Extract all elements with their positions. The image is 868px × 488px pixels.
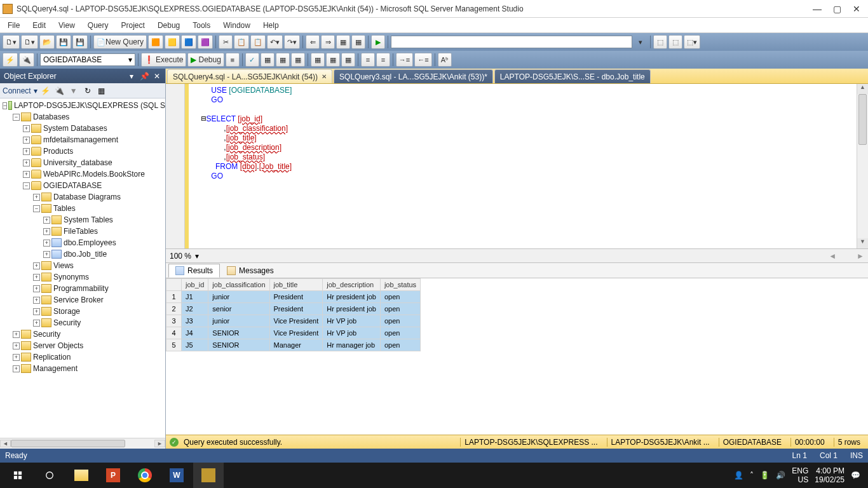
messages-tab[interactable]: Messages (220, 264, 281, 278)
oe-stop-icon[interactable]: ▦ (96, 85, 107, 97)
tab-close-icon[interactable]: ✕ (322, 73, 327, 80)
parse-button[interactable]: ✓ (245, 53, 259, 67)
undo-button[interactable]: ↶▾ (267, 35, 283, 49)
menu-debug[interactable]: Debug (153, 20, 185, 31)
maximize-button[interactable]: ▢ (833, 4, 841, 14)
hscroll-right-icon[interactable]: ► (857, 252, 864, 261)
zoom-dropdown-icon[interactable]: ▾ (195, 252, 199, 261)
menu-view[interactable]: View (53, 20, 80, 31)
tb-icon-5[interactable]: ▦ (336, 35, 350, 49)
results-grid[interactable]: job_idjob_classificationjob_titlejob_des… (166, 278, 868, 435)
oe-close-icon[interactable]: ✕ (153, 72, 161, 81)
copy-button[interactable]: 📋 (234, 35, 249, 49)
volume-icon[interactable]: 🔊 (776, 471, 785, 480)
menu-file[interactable]: File (3, 20, 25, 31)
system-tray[interactable]: 👤 ˄ 🔋 🔊 ENGUS 4:00 PM19/02/25 💬 (729, 466, 865, 485)
execute-button[interactable]: ❗ Execute (141, 53, 186, 67)
debug-button[interactable]: ▶ Debug (187, 53, 224, 67)
results-tab[interactable]: Results (168, 264, 220, 278)
oe-filter-icon[interactable]: ▼ (68, 85, 79, 97)
new-project-button[interactable]: 🗋▾ (3, 35, 20, 49)
tb2-icon-3[interactable]: ▦ (291, 53, 305, 67)
paste-button[interactable]: 📋 (250, 35, 266, 49)
task-ssms[interactable] (193, 463, 224, 488)
cut-button[interactable]: ✂ (219, 35, 233, 49)
tab-sqlquery3[interactable]: SQLQuery3.sql - LA...SG5JEJK\Ankit (53))… (334, 69, 493, 83)
tree-db-2[interactable]: +University_database (0, 157, 165, 168)
tree-programmability[interactable]: +Programmability (0, 283, 165, 294)
tree-root-3[interactable]: +Management (0, 363, 165, 374)
tb-icon-6[interactable]: ▦ (351, 35, 365, 49)
change-conn-icon[interactable]: 🔌 (19, 53, 34, 67)
indent-button[interactable]: →≡ (396, 53, 413, 67)
oe-pin-icon[interactable]: 📌 (140, 72, 149, 81)
cortana-button[interactable] (34, 463, 65, 488)
tree-table-jobtitle[interactable]: +dbo.Job_title (0, 248, 165, 260)
outdent-button[interactable]: ←≡ (414, 53, 431, 67)
menu-window[interactable]: Window (218, 20, 255, 31)
object-explorer-tree[interactable]: −LAPTOP-DSG5JEJK\SQLEXPRESS (SQL S−Datab… (0, 98, 165, 438)
menu-tools[interactable]: Tools (187, 20, 215, 31)
tree-tables[interactable]: −Tables (0, 203, 165, 214)
stop-button[interactable]: ■ (226, 53, 240, 67)
tree-db-0[interactable]: +mfdetailsmanagement (0, 134, 165, 146)
start-menu-button[interactable] (3, 463, 33, 488)
results-grid-icon[interactable]: ▦ (311, 53, 325, 67)
tb-icon-4[interactable]: 🟪 (198, 35, 213, 49)
tree-storage[interactable]: +Storage (0, 306, 165, 317)
tb-icon-1[interactable]: 🟧 (148, 35, 163, 49)
tb2-icon-1[interactable]: ▦ (261, 53, 275, 67)
tb-icon-2[interactable]: 🟨 (165, 35, 180, 49)
tree-db-ogie[interactable]: −OGIEDATABASE (0, 180, 165, 191)
tree-diagrams[interactable]: +Database Diagrams (0, 191, 165, 203)
people-icon[interactable]: 👤 (734, 471, 743, 480)
battery-icon[interactable]: 🔋 (760, 471, 770, 480)
menu-help[interactable]: Help (258, 20, 284, 31)
menu-project[interactable]: Project (116, 20, 150, 31)
tree-security-db[interactable]: +Security (0, 317, 165, 329)
find-combo[interactable] (391, 36, 632, 48)
save-button[interactable]: 💾 (56, 35, 71, 49)
tree-server[interactable]: −LAPTOP-DSG5JEJK\SQLEXPRESS (SQL S (0, 100, 165, 111)
tree-root-1[interactable]: +Server Objects (0, 340, 165, 351)
tree-databases[interactable]: −Databases (0, 111, 165, 123)
tb-icon-3[interactable]: 🟦 (181, 35, 196, 49)
task-chrome[interactable] (130, 463, 160, 488)
tree-root-2[interactable]: +Replication (0, 351, 165, 363)
results-file-icon[interactable]: ▦ (341, 53, 355, 67)
menu-query[interactable]: Query (83, 20, 114, 31)
tb-icon-8[interactable]: ⬚ (668, 35, 682, 49)
tree-systables[interactable]: +System Tables (0, 214, 165, 226)
tb2-icon-4[interactable]: Aᵇ (438, 53, 452, 67)
tray-clock[interactable]: 4:00 PM19/02/25 (815, 466, 844, 485)
tb-icon-9[interactable]: ⬚▾ (684, 35, 700, 49)
results-text-icon[interactable]: ▦ (326, 53, 340, 67)
tab-jobtitle[interactable]: LAPTOP-DSG5JEJK\S...SE - dbo.Job_title (494, 69, 651, 83)
task-word[interactable]: W (161, 463, 192, 488)
tree-root-0[interactable]: +Security (0, 329, 165, 340)
tree-filetables[interactable]: +FileTables (0, 226, 165, 237)
tree-system-databases[interactable]: +System Databases (0, 123, 165, 134)
nav-fwd-button[interactable]: ⇒ (321, 35, 335, 49)
oe-conn-icon-1[interactable]: ⚡ (40, 85, 51, 97)
oe-dropdown-icon[interactable]: ▾ (127, 72, 136, 81)
nav-back-button[interactable]: ⇐ (306, 35, 320, 49)
start-button[interactable]: ▶ (371, 35, 385, 49)
editor-vscrollbar[interactable]: ▲ ▼ (857, 84, 868, 248)
task-powerpoint[interactable]: P (98, 463, 128, 488)
tree-table-employees[interactable]: +dbo.Employees (0, 237, 165, 248)
tree-views[interactable]: +Views (0, 260, 165, 271)
tree-db-1[interactable]: +Products (0, 146, 165, 157)
oe-hscrollbar[interactable]: ◄► (0, 438, 165, 449)
hscroll-left-icon[interactable]: ◄ (829, 252, 836, 261)
connect-icon[interactable]: ⚡ (3, 53, 18, 67)
menu-edit[interactable]: Edit (27, 20, 51, 31)
oe-refresh-icon[interactable]: ↻ (82, 85, 93, 97)
sql-editor[interactable]: USE [OGIEDATABASE] GO ⊟SELECT [job_id] ,… (189, 84, 857, 248)
save-all-button[interactable]: 💾 (72, 35, 88, 49)
tb2-icon-2[interactable]: ▦ (276, 53, 290, 67)
tray-chevron-icon[interactable]: ˄ (750, 471, 754, 480)
comment-button[interactable]: ≡ (361, 53, 375, 67)
tree-servicebroker[interactable]: +Service Broker (0, 294, 165, 306)
new-query-button[interactable]: 📄 New Query (93, 35, 147, 49)
